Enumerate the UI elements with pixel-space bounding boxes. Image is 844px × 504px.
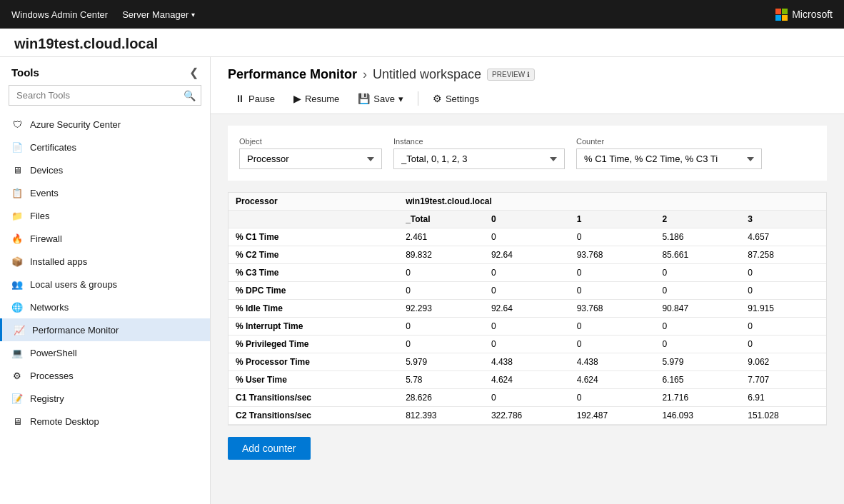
metric-cell: C2 Transitions/sec xyxy=(228,407,398,425)
sidebar-item-label: Devices xyxy=(30,165,63,176)
sidebar-search-area: 🔍 xyxy=(0,85,210,113)
main-panel: Performance Monitor › Untitled workspace… xyxy=(211,57,844,504)
c3-cell: 4.657 xyxy=(740,228,826,246)
table-row: % User Time 5.78 4.624 4.624 6.165 7.707 xyxy=(228,371,826,389)
local-users-icon: 👥 xyxy=(11,278,23,290)
total-cell: 5.78 xyxy=(398,371,484,389)
save-button[interactable]: 💾 Save ▾ xyxy=(351,89,411,108)
sidebar-item-powershell[interactable]: 💻 PowerShell xyxy=(0,341,210,364)
total-cell: 92.293 xyxy=(398,300,484,318)
breadcrumb-separator: › xyxy=(363,67,367,82)
c0-cell: 0 xyxy=(484,282,570,300)
sidebar-item-azure-security-center[interactable]: 🛡 Azure Security Center xyxy=(0,113,210,136)
sidebar-item-events[interactable]: 📋 Events xyxy=(0,181,210,204)
processor-header: Processor xyxy=(228,193,398,211)
c2-cell: 6.165 xyxy=(655,371,740,389)
metric-cell: % Interrupt Time xyxy=(228,318,398,336)
c3-cell: 9.062 xyxy=(740,353,826,371)
metric-cell: % DPC Time xyxy=(228,282,398,300)
certificates-icon: 📄 xyxy=(11,141,23,153)
sidebar-item-networks[interactable]: 🌐 Networks xyxy=(0,296,210,318)
c1-cell: 192.487 xyxy=(570,407,655,425)
settings-button[interactable]: ⚙ Settings xyxy=(426,89,486,108)
object-select[interactable]: Processor xyxy=(239,148,382,169)
main-header: Performance Monitor › Untitled workspace… xyxy=(211,57,844,114)
c3-cell: 0 xyxy=(740,282,826,300)
metric-subheader xyxy=(228,211,398,228)
sidebar-collapse-btn[interactable]: ❮ xyxy=(189,66,199,79)
instance-label: Instance xyxy=(393,137,565,146)
performance-monitor-icon: 📈 xyxy=(14,324,25,336)
c1-cell: 0 xyxy=(570,264,655,282)
breadcrumb-subtitle: Untitled workspace xyxy=(373,67,481,82)
sidebar-item-certificates[interactable]: 📄 Certificates xyxy=(0,136,210,158)
sidebar-item-devices[interactable]: 🖥 Devices xyxy=(0,158,210,181)
c1-cell: 4.624 xyxy=(570,371,655,389)
c0-cell: 0 xyxy=(484,336,570,353)
sidebar-item-label: Installed apps xyxy=(30,256,87,267)
sidebar-item-installed-apps[interactable]: 📦 Installed apps xyxy=(0,250,210,273)
total-cell: 0 xyxy=(398,318,484,336)
metric-cell: C1 Transitions/sec xyxy=(228,389,398,407)
c2-cell: 0 xyxy=(655,318,740,336)
sidebar-item-label: Local users & groups xyxy=(30,279,117,290)
c1-cell: 0 xyxy=(570,389,655,407)
sidebar-nav: 🛡 Azure Security Center 📄 Certificates 🖥… xyxy=(0,113,210,504)
c1-cell: 0 xyxy=(570,228,655,246)
host-header: win19test.cloud.local xyxy=(398,193,826,211)
server-manager-btn[interactable]: Server Manager ▾ xyxy=(122,9,195,20)
col-header-2: 2 xyxy=(655,211,740,228)
filter-row: Object Processor Instance _Total, 0, 1, … xyxy=(228,126,827,181)
c0-cell: 92.64 xyxy=(484,300,570,318)
azure-security-center-icon: 🛡 xyxy=(11,119,23,130)
c0-cell: 0 xyxy=(484,228,570,246)
sidebar-item-firewall[interactable]: 🔥 Firewall xyxy=(0,227,210,250)
c0-cell: 0 xyxy=(484,318,570,336)
total-cell: 0 xyxy=(398,282,484,300)
remote-desktop-icon: 🖥 xyxy=(11,415,23,427)
table-row: % Interrupt Time 0 0 0 0 0 xyxy=(228,318,826,336)
sidebar-item-label: Certificates xyxy=(30,142,76,153)
sidebar-item-performance-monitor[interactable]: 📈 Performance Monitor xyxy=(0,318,210,341)
resume-button[interactable]: ▶ Resume xyxy=(286,89,346,108)
c2-cell: 0 xyxy=(655,336,740,353)
total-cell: 2.461 xyxy=(398,228,484,246)
breadcrumb: Performance Monitor › Untitled workspace… xyxy=(228,67,827,82)
firewall-icon: 🔥 xyxy=(11,233,23,244)
c3-cell: 0 xyxy=(740,318,826,336)
counter-select[interactable]: % C1 Time, % C2 Time, % C3 Ti xyxy=(576,148,762,169)
col-header-3: 3 xyxy=(740,211,826,228)
sidebar-item-processes[interactable]: ⚙ Processes xyxy=(0,364,210,387)
table-row: C2 Transitions/sec 812.393 322.786 192.4… xyxy=(228,407,826,425)
search-input[interactable] xyxy=(9,85,201,106)
c1-cell: 0 xyxy=(570,282,655,300)
c0-cell: 322.786 xyxy=(484,407,570,425)
total-cell: 5.979 xyxy=(398,353,484,371)
installed-apps-icon: 📦 xyxy=(11,256,23,267)
c2-cell: 0 xyxy=(655,264,740,282)
col-header-1: 1 xyxy=(570,211,655,228)
sidebar-item-files[interactable]: 📁 Files xyxy=(0,204,210,227)
app-name: Windows Admin Center xyxy=(11,9,108,20)
instance-select[interactable]: _Total, 0, 1, 2, 3 xyxy=(393,148,565,169)
sidebar-item-local-users[interactable]: 👥 Local users & groups xyxy=(0,273,210,296)
c2-cell: 146.093 xyxy=(655,407,740,425)
toolbar-divider xyxy=(418,91,418,106)
metric-cell: % Privileged Time xyxy=(228,336,398,353)
sidebar-title: Tools xyxy=(11,66,39,79)
sidebar-item-remote-desktop[interactable]: 🖥 Remote Desktop xyxy=(0,410,210,433)
c2-cell: 85.661 xyxy=(655,246,740,264)
sidebar-item-registry[interactable]: 📝 Registry xyxy=(0,387,210,410)
sidebar-item-label: Firewall xyxy=(30,233,62,244)
c3-cell: 87.258 xyxy=(740,246,826,264)
pause-button[interactable]: ⏸ Pause xyxy=(228,89,282,108)
info-icon: ℹ xyxy=(527,71,530,79)
c2-cell: 21.716 xyxy=(655,389,740,407)
sidebar-item-label: Processes xyxy=(30,371,74,381)
sidebar-item-label: PowerShell xyxy=(30,348,77,358)
add-counter-button[interactable]: Add counter xyxy=(228,437,311,460)
c3-cell: 0 xyxy=(740,264,826,282)
pause-icon: ⏸ xyxy=(235,93,245,104)
networks-icon: 🌐 xyxy=(11,301,23,313)
table-row: % C3 Time 0 0 0 0 0 xyxy=(228,264,826,282)
